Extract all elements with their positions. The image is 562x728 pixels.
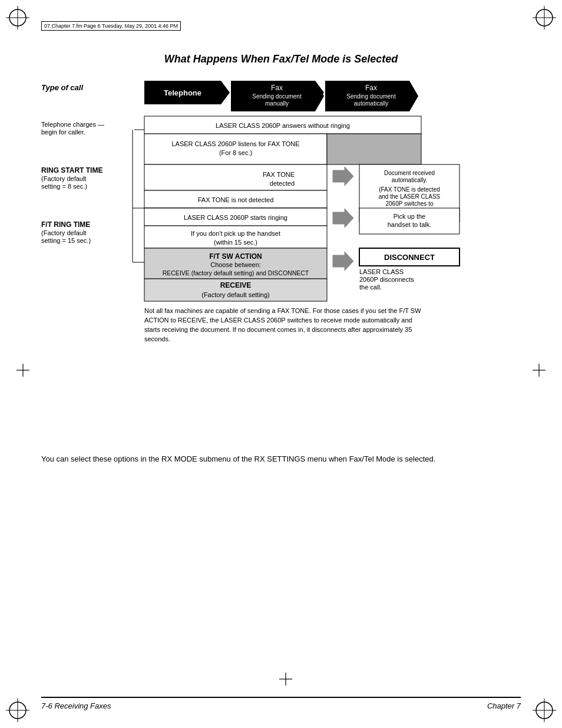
svg-marker-50 bbox=[333, 167, 353, 186]
svg-text:Pick up the: Pick up the bbox=[394, 213, 425, 220]
svg-text:(Factory default: (Factory default bbox=[41, 229, 86, 236]
svg-text:FAX TONE: FAX TONE bbox=[263, 171, 295, 178]
footer-left: 7-6 Receiving Faxes bbox=[41, 701, 111, 710]
file-info: 07.Chapter 7.fm Page 6 Tuesday, May 29, … bbox=[41, 21, 181, 31]
svg-text:setting = 15 sec.): setting = 15 sec.) bbox=[41, 237, 91, 244]
main-content: What Happens When Fax/Tel Mode is Select… bbox=[41, 47, 521, 657]
mid-cross-left bbox=[16, 364, 29, 379]
svg-text:Document received: Document received bbox=[384, 170, 435, 176]
svg-marker-68 bbox=[333, 209, 353, 228]
svg-text:manually: manually bbox=[265, 100, 289, 107]
svg-text:(within 15 sec.): (within 15 sec.) bbox=[214, 239, 257, 246]
svg-text:LASER CLASS 2060P starts ringi: LASER CLASS 2060P starts ringing bbox=[184, 214, 287, 221]
svg-text:(FAX TONE is detected: (FAX TONE is detected bbox=[379, 186, 440, 193]
svg-text:Sending document: Sending document bbox=[346, 93, 396, 100]
svg-rect-41 bbox=[327, 134, 421, 164]
settings-note: You can select these options in the RX M… bbox=[41, 453, 521, 465]
corner-mark-bottom-left bbox=[6, 699, 29, 722]
svg-text:DISCONNECT: DISCONNECT bbox=[384, 253, 435, 262]
svg-text:automatically.: automatically. bbox=[392, 177, 427, 183]
corner-mark-top-left bbox=[6, 6, 29, 29]
svg-text:RECEIVE: RECEIVE bbox=[220, 281, 252, 289]
svg-text:Choose between:: Choose between: bbox=[210, 261, 261, 268]
bottom-cross bbox=[279, 673, 292, 688]
mid-cross-right bbox=[533, 364, 546, 379]
svg-text:(For 8 sec.): (For 8 sec.) bbox=[219, 149, 252, 156]
svg-text:and the LASER CLASS: and the LASER CLASS bbox=[379, 193, 441, 200]
svg-text:(Factory default: (Factory default bbox=[41, 175, 86, 182]
corner-mark-bottom-right bbox=[533, 699, 556, 722]
svg-text:Type of call: Type of call bbox=[41, 83, 83, 92]
svg-text:RING START TIME: RING START TIME bbox=[41, 166, 103, 174]
svg-rect-47 bbox=[144, 164, 327, 190]
svg-text:the call.: the call. bbox=[359, 284, 382, 291]
svg-text:handset to talk.: handset to talk. bbox=[388, 221, 432, 228]
svg-text:LASER CLASS 2060P answers with: LASER CLASS 2060P answers without ringin… bbox=[216, 122, 350, 129]
svg-text:LASER CLASS 2060P listens for : LASER CLASS 2060P listens for FAX TONE bbox=[171, 140, 299, 147]
svg-text:LASER CLASS: LASER CLASS bbox=[359, 268, 404, 275]
svg-text:If you don't pick up the hands: If you don't pick up the handset bbox=[191, 230, 280, 237]
svg-text:Fax: Fax bbox=[365, 84, 377, 92]
svg-text:(Factory default setting): (Factory default setting) bbox=[201, 291, 270, 298]
svg-text:Telephone: Telephone bbox=[164, 88, 201, 97]
page-title: What Happens When Fax/Tel Mode is Select… bbox=[41, 53, 521, 65]
svg-text:setting = 8 sec.): setting = 8 sec.) bbox=[41, 183, 87, 190]
footer-right: Chapter 7 bbox=[487, 701, 521, 710]
svg-text:F/T RING TIME: F/T RING TIME bbox=[41, 220, 90, 229]
svg-text:RECEIVE (factory default setti: RECEIVE (factory default setting) and DI… bbox=[163, 269, 309, 276]
svg-text:2060P disconnects: 2060P disconnects bbox=[359, 276, 414, 283]
svg-text:F/T SW ACTION: F/T SW ACTION bbox=[209, 252, 262, 261]
svg-text:Sending document: Sending document bbox=[252, 93, 302, 100]
svg-text:Telephone charges —: Telephone charges — bbox=[41, 121, 104, 128]
corner-mark-top-right bbox=[533, 6, 556, 29]
diagram-svg: Type of call Telephone Fax Sending docum… bbox=[41, 80, 521, 445]
svg-text:detected: detected bbox=[270, 180, 295, 187]
svg-text:Fax: Fax bbox=[271, 84, 283, 92]
svg-text:2060P switches to: 2060P switches to bbox=[386, 200, 434, 207]
svg-marker-79 bbox=[333, 252, 353, 271]
footer: 7-6 Receiving Faxes Chapter 7 bbox=[41, 697, 521, 710]
svg-text:FAX TONE is not detected: FAX TONE is not detected bbox=[198, 196, 274, 203]
svg-text:automatically: automatically bbox=[354, 100, 388, 107]
page: 07.Chapter 7.fm Page 6 Tuesday, May 29, … bbox=[0, 0, 562, 728]
svg-text:begin for caller.: begin for caller. bbox=[41, 129, 85, 136]
